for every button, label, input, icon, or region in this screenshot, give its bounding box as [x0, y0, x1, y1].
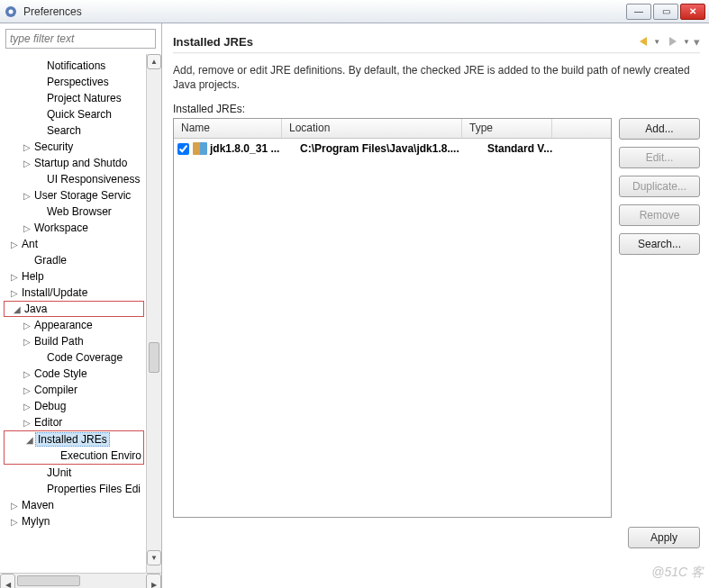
tree-item-workspace[interactable]: ▷Workspace — [2, 220, 146, 236]
scroll-left-icon[interactable]: ◀ — [0, 574, 15, 588]
tree-item-search[interactable]: Search — [2, 122, 146, 139]
tree-twisty-icon[interactable]: ▷ — [9, 501, 20, 511]
tree-vertical-scrollbar[interactable]: ▲ ▼ — [146, 54, 161, 573]
search-button[interactable]: Search... — [619, 233, 700, 255]
tree-item-help[interactable]: ▷Help — [2, 268, 146, 285]
maximize-button[interactable]: ▭ — [653, 4, 678, 20]
tree-item-appearance[interactable]: ▷Appearance — [2, 317, 146, 333]
tree-twisty-icon[interactable]: ▷ — [22, 321, 32, 330]
tree-item-label: Workspace — [32, 222, 90, 234]
tree-item-notifications[interactable]: Notifications — [2, 58, 146, 74]
tree-twisty-icon[interactable]: ▷ — [22, 337, 32, 347]
tree-item-editor[interactable]: ▷Editor — [2, 414, 146, 430]
tree-item-build-path[interactable]: ▷Build Path — [2, 333, 146, 349]
tree-twisty-icon[interactable]: ▷ — [9, 517, 20, 527]
tree-item-label: Installed JREs — [35, 432, 110, 447]
tree-item-label: Code Style — [32, 367, 89, 380]
tree-twisty-icon[interactable]: ▷ — [22, 158, 32, 168]
jre-icon — [193, 142, 207, 155]
tree-item-project-natures[interactable]: Project Natures — [2, 90, 146, 106]
tree-item-code-style[interactable]: ▷Code Style — [2, 366, 146, 382]
header-divider — [173, 52, 700, 54]
tree-item-label: Debug — [32, 400, 68, 412]
tree-twisty-icon[interactable]: ◢ — [12, 304, 23, 314]
tree-item-label: Startup and Shutdo — [32, 157, 129, 169]
tree-twisty-icon[interactable]: ▷ — [22, 402, 32, 412]
col-type[interactable]: Type — [462, 119, 552, 138]
back-arrow-icon — [640, 37, 647, 46]
tree-twisty-icon[interactable]: ▷ — [22, 191, 32, 201]
tree-item-startup-and-shutdo[interactable]: ▷Startup and Shutdo — [2, 155, 146, 171]
tree-twisty-icon[interactable]: ▷ — [22, 385, 32, 395]
apply-button[interactable]: Apply — [628, 527, 700, 548]
col-name[interactable]: Name — [174, 119, 282, 138]
back-dropdown-icon[interactable]: ▼ — [653, 38, 660, 46]
tree-item-label: Compiler — [32, 384, 79, 396]
tree-item-execution-enviro[interactable]: Execution Enviro — [5, 448, 143, 464]
tree-item-install-update[interactable]: ▷Install/Update — [2, 285, 146, 301]
filter-input[interactable] — [5, 29, 156, 49]
tree-item-compiler[interactable]: ▷Compiler — [2, 382, 146, 398]
hscroll-thumb[interactable] — [17, 575, 80, 586]
tree-twisty-icon[interactable]: ▷ — [9, 272, 20, 282]
tree-twisty-icon[interactable]: ▷ — [9, 240, 20, 249]
jre-table[interactable]: Name Location Type jdk1.8.0_31 ... C:\Pr… — [173, 118, 612, 518]
tree-item-java[interactable]: ◢Java — [4, 301, 144, 317]
nav-back-button[interactable] — [635, 33, 651, 50]
tree-item-label: Properties Files Edi — [45, 483, 142, 495]
tree-item-code-coverage[interactable]: Code Coverage — [2, 349, 146, 366]
add-button[interactable]: Add... — [619, 118, 700, 140]
tree-twisty-icon[interactable]: ▷ — [22, 369, 32, 379]
table-row[interactable]: jdk1.8.0_31 ... C:\Program Files\Java\jd… — [174, 139, 611, 158]
tree-item-label: Quick Search — [45, 108, 114, 121]
tree-item-label: Notifications — [45, 59, 107, 72]
tree-item-user-storage-servic[interactable]: ▷User Storage Servic — [2, 187, 146, 204]
tree-item-label: Gradle — [32, 254, 68, 267]
tree-item-web-browser[interactable]: Web Browser — [2, 204, 146, 220]
tree-item-security[interactable]: ▷Security — [2, 139, 146, 155]
tree-item-label: Appearance — [32, 319, 95, 331]
tree-item-label: User Storage Servic — [32, 189, 132, 202]
tree-item-perspectives[interactable]: Perspectives — [2, 74, 146, 90]
minimize-button[interactable]: — — [626, 4, 651, 20]
tree-item-quick-search[interactable]: Quick Search — [2, 106, 146, 122]
tree-item-debug[interactable]: ▷Debug — [2, 398, 146, 414]
scroll-down-icon[interactable]: ▼ — [147, 550, 161, 565]
tree-twisty-icon[interactable]: ▷ — [22, 142, 32, 152]
tree-item-label: Maven — [20, 499, 56, 511]
app-icon — [4, 5, 18, 19]
view-menu-icon[interactable]: ▾ — [694, 35, 700, 49]
tree-item-label: Web Browser — [45, 205, 114, 218]
tree-item-ant[interactable]: ▷Ant — [2, 236, 146, 252]
tree-twisty-icon[interactable]: ▷ — [22, 418, 32, 428]
preferences-tree[interactable]: NotificationsPerspectivesProject Natures… — [0, 54, 146, 573]
tree-item-ui-responsiveness[interactable]: UI Responsiveness — [2, 171, 146, 187]
tree-item-properties-files-edi[interactable]: Properties Files Edi — [2, 481, 146, 497]
nav-forward-button — [665, 33, 681, 50]
scroll-up-icon[interactable]: ▲ — [147, 54, 161, 69]
col-location[interactable]: Location — [282, 119, 462, 138]
tree-item-label: Install/Update — [20, 286, 89, 299]
table-header[interactable]: Name Location Type — [174, 119, 611, 139]
scroll-right-icon[interactable]: ▶ — [146, 574, 161, 588]
tree-item-label: Execution Enviro — [59, 449, 143, 462]
tree-item-label: Code Coverage — [45, 351, 124, 364]
tree-item-label: UI Responsiveness — [45, 173, 141, 185]
tree-item-label: Security — [32, 140, 75, 153]
tree-item-mylyn[interactable]: ▷Mylyn — [2, 513, 146, 529]
tree-item-gradle[interactable]: Gradle — [2, 252, 146, 268]
col-extra[interactable] — [552, 119, 611, 138]
duplicate-button: Duplicate... — [619, 176, 700, 197]
scroll-thumb[interactable] — [149, 342, 159, 373]
close-button[interactable]: ✕ — [680, 4, 705, 20]
tree-item-installed-jres[interactable]: ◢Installed JREs — [5, 431, 143, 448]
tree-item-label: Java — [23, 303, 49, 315]
tree-item-junit[interactable]: JUnit — [2, 465, 146, 481]
jre-default-checkbox[interactable] — [177, 143, 189, 155]
tree-horizontal-scrollbar[interactable]: ◀ ▶ — [0, 573, 161, 588]
tree-item-label: Search — [45, 124, 83, 137]
tree-twisty-icon[interactable]: ▷ — [22, 223, 32, 233]
tree-item-maven[interactable]: ▷Maven — [2, 497, 146, 513]
tree-twisty-icon[interactable]: ▷ — [9, 288, 20, 298]
tree-twisty-icon[interactable]: ◢ — [24, 435, 35, 445]
